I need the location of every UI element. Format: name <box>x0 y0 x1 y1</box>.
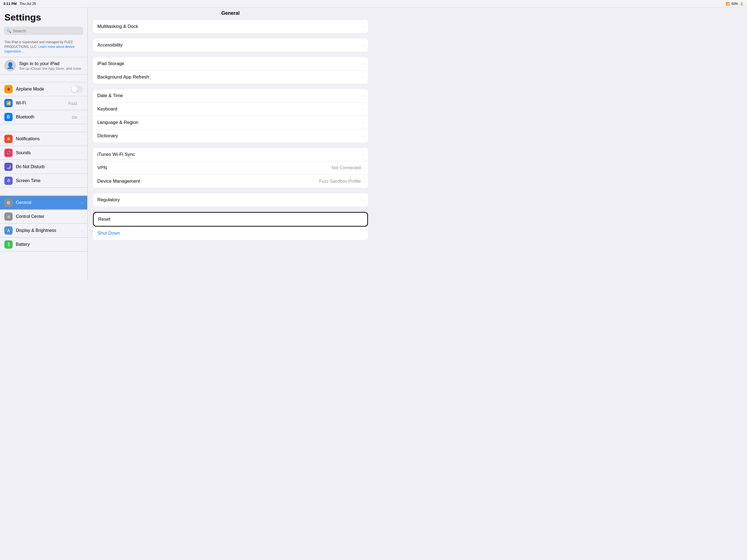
row-languageregion[interactable]: Language & Region › <box>93 116 368 129</box>
settings-group-connectivity: ✈ Airplane Mode 📶 Wi-Fi Fuzz › B Bluetoo… <box>0 82 87 124</box>
search-icon: 🔍 <box>6 29 11 33</box>
main-content: General Multitasking & Dock › Accessibil… <box>87 0 374 280</box>
datetime-chevron: › <box>362 94 364 98</box>
reset-chevron: › <box>361 217 363 222</box>
donotdisturb-icon: 🌙 <box>4 163 12 171</box>
vpn-chevron: › <box>362 166 364 170</box>
controlcenter-label: Control Center <box>16 214 78 219</box>
donotdisturb-chevron: › <box>82 165 83 169</box>
vpn-value: Not Connected <box>332 166 361 170</box>
sidebar-item-screentime[interactable]: ⏱ Screen Time › <box>0 174 87 188</box>
keyboard-chevron: › <box>362 107 364 111</box>
sidebar-item-battery[interactable]: 🔋 Battery › <box>0 238 87 252</box>
backgroundapprefresh-label: Background App Refresh <box>97 74 362 80</box>
row-reset[interactable]: Reset › <box>94 213 367 226</box>
wifi-settings-icon: 📶 <box>4 99 12 107</box>
datetime-label: Date & Time <box>97 93 362 98</box>
sign-in-sub: Set up iCloud, the App Store, and more. <box>19 67 82 71</box>
row-accessibility[interactable]: Accessibility › <box>93 39 368 52</box>
section-locale: Date & Time › Keyboard › Language & Regi… <box>93 89 368 143</box>
sounds-chevron: › <box>82 151 83 155</box>
supervision-notice: This iPad is supervised and managed by F… <box>0 38 87 57</box>
row-ituneswifisync[interactable]: iTunes Wi-Fi Sync › <box>93 148 368 161</box>
sidebar-item-bluetooth[interactable]: B Bluetooth On › <box>0 110 87 124</box>
wifi-value: Fuzz <box>68 101 77 105</box>
multitasking-chevron: › <box>362 24 364 29</box>
section-regulatory: Regulatory › <box>93 193 368 206</box>
airplane-icon: ✈ <box>4 85 12 93</box>
vpn-label: VPN <box>97 165 332 171</box>
displaybrightness-chevron: › <box>82 229 83 233</box>
airplane-label: Airplane Mode <box>16 87 68 92</box>
dictionary-chevron: › <box>362 134 364 138</box>
status-bar: 3:11 PM Thu Jul 25 📶 60% 🔋 <box>0 0 374 8</box>
battery-chevron: › <box>82 243 83 247</box>
main-header: General <box>87 8 374 20</box>
sidebar-item-airplane[interactable]: ✈ Airplane Mode <box>0 82 87 96</box>
sidebar-item-displaybrightness[interactable]: A Display & Brightness › <box>0 224 87 238</box>
status-date: Thu Jul 25 <box>19 2 36 6</box>
settings-group-system: ⚙ General › ⊞ Control Center › A Display… <box>0 196 87 252</box>
bluetooth-icon: B <box>4 113 12 121</box>
status-time: 3:11 PM <box>3 2 17 6</box>
devicemanagement-label: Device Management <box>97 179 319 184</box>
wifi-label: Wi-Fi <box>16 101 65 105</box>
general-label: General <box>16 200 78 205</box>
screentime-label: Screen Time <box>16 178 78 183</box>
row-devicemanagement[interactable]: Device Management Fuzz Sandbox Profile › <box>93 175 368 188</box>
row-shutdown[interactable]: Shut Down <box>93 227 368 240</box>
avatar: 👤 <box>4 60 16 71</box>
search-input[interactable] <box>13 28 81 33</box>
donotdisturb-label: Do Not Disturb <box>16 164 78 169</box>
search-bar[interactable]: 🔍 <box>4 27 83 35</box>
row-multitasking[interactable]: Multitasking & Dock › <box>93 20 368 33</box>
sidebar-item-controlcenter[interactable]: ⊞ Control Center › <box>0 210 87 224</box>
controlcenter-chevron: › <box>82 215 83 219</box>
row-backgroundapprefresh[interactable]: Background App Refresh › <box>93 71 368 84</box>
devicemanagement-chevron: › <box>362 179 364 183</box>
reset-label: Reset <box>98 217 361 222</box>
wifi-chevron: › <box>82 101 83 105</box>
devicemanagement-value: Fuzz Sandbox Profile <box>319 179 361 184</box>
languageregion-label: Language & Region <box>97 120 362 125</box>
ituneswifisync-chevron: › <box>362 152 364 157</box>
controlcenter-icon: ⊞ <box>4 212 12 221</box>
row-vpn[interactable]: VPN Not Connected › <box>93 161 368 175</box>
row-datetime[interactable]: Date & Time › <box>93 89 368 103</box>
section-storage: iPad Storage › Background App Refresh › <box>93 57 368 84</box>
row-regulatory[interactable]: Regulatory › <box>93 193 368 206</box>
notifications-label: Notifications <box>16 136 78 142</box>
backgroundapprefresh-chevron: › <box>362 75 364 79</box>
ituneswifisync-label: iTunes Wi-Fi Sync <box>97 152 362 157</box>
row-dictionary[interactable]: Dictionary › <box>93 129 368 143</box>
sidebar-item-notifications[interactable]: 🔔 Notifications › <box>0 132 87 146</box>
multitasking-label: Multitasking & Dock <box>97 24 362 29</box>
languageregion-chevron: › <box>362 120 364 125</box>
sidebar: Settings 🔍 This iPad is supervised and m… <box>0 0 87 280</box>
section-accessibility: Accessibility › <box>93 39 368 52</box>
battery-label: Battery <box>16 242 78 247</box>
sounds-icon: 🔊 <box>4 149 12 157</box>
regulatory-label: Regulatory <box>97 197 362 203</box>
dictionary-label: Dictionary <box>97 133 362 138</box>
section-shutdown: Shut Down <box>93 227 368 240</box>
row-ipadstorage[interactable]: iPad Storage › <box>93 57 368 71</box>
sign-in-row[interactable]: 👤 Sign in to your iPad Set up iCloud, th… <box>0 57 87 74</box>
airplane-toggle[interactable] <box>71 85 83 93</box>
reset-section-highlighted: Reset › <box>93 212 368 227</box>
section-multitasking: Multitasking & Dock › <box>93 20 368 33</box>
sidebar-item-donotdisturb[interactable]: 🌙 Do Not Disturb › <box>0 160 87 174</box>
accessibility-label: Accessibility <box>97 42 362 48</box>
sidebar-item-sounds[interactable]: 🔊 Sounds › <box>0 146 87 160</box>
sidebar-item-wifi[interactable]: 📶 Wi-Fi Fuzz › <box>0 96 87 110</box>
battery-settings-icon: 🔋 <box>4 240 12 249</box>
bluetooth-label: Bluetooth <box>16 114 69 120</box>
sounds-label: Sounds <box>16 150 78 155</box>
sign-in-label: Sign in to your iPad <box>19 61 82 67</box>
keyboard-label: Keyboard <box>97 106 362 112</box>
row-keyboard[interactable]: Keyboard › <box>93 103 368 116</box>
accessibility-chevron: › <box>362 43 364 47</box>
notifications-icon: 🔔 <box>4 135 12 143</box>
sidebar-item-general[interactable]: ⚙ General › <box>0 196 87 210</box>
section-connectivity: iTunes Wi-Fi Sync › VPN Not Connected › … <box>93 148 368 188</box>
